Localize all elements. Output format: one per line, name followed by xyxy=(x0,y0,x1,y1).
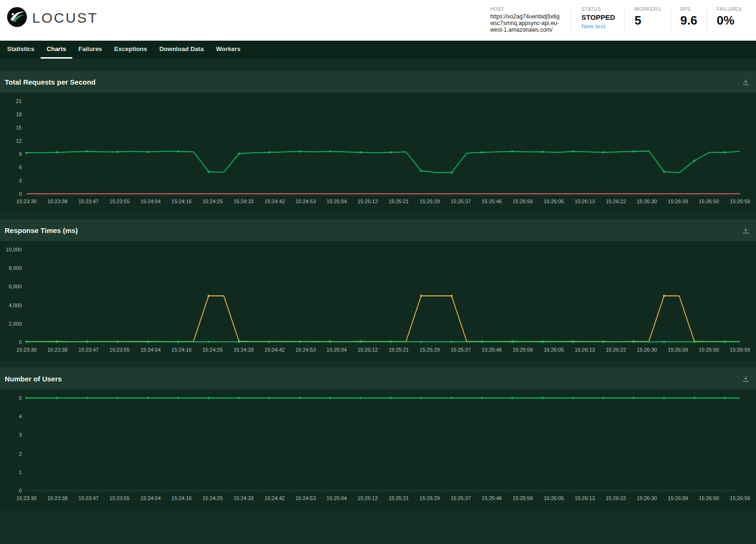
svg-text:15:26:50: 15:26:50 xyxy=(699,199,719,204)
svg-text:15:24:16: 15:24:16 xyxy=(172,199,192,204)
svg-text:0: 0 xyxy=(19,488,22,493)
svg-text:15:25:21: 15:25:21 xyxy=(388,495,409,501)
svg-text:15:26:13: 15:26:13 xyxy=(575,347,595,353)
locust-logo-icon xyxy=(7,7,27,29)
chart-title-response-times: Response Times (ms) xyxy=(5,226,78,234)
svg-text:15:23:55: 15:23:55 xyxy=(110,495,130,501)
svg-text:15:26:59: 15:26:59 xyxy=(730,199,750,204)
svg-text:2,000: 2,000 xyxy=(9,321,22,327)
svg-text:15:25:04: 15:25:04 xyxy=(326,199,347,204)
svg-text:15:24:04: 15:24:04 xyxy=(140,347,161,353)
svg-text:15:24:16: 15:24:16 xyxy=(172,347,192,353)
main-nav: Statistics Charts Failures Exceptions Do… xyxy=(0,41,756,59)
svg-text:0: 0 xyxy=(19,191,22,197)
svg-text:15:25:04: 15:25:04 xyxy=(326,495,347,501)
chart-header: Response Times (ms) xyxy=(0,219,756,241)
chart-body: 02,0004,0006,0008,00010,00015:23:3015:23… xyxy=(0,241,756,361)
svg-text:0: 0 xyxy=(19,339,22,345)
svg-text:15:23:47: 15:23:47 xyxy=(78,199,99,204)
svg-text:15:24:04: 15:24:04 xyxy=(140,199,161,204)
svg-text:4: 4 xyxy=(19,414,22,419)
chart-panel-number-of-users: Number of Users 01234515:23:3015:23:3815… xyxy=(0,368,756,509)
svg-text:15:23:38: 15:23:38 xyxy=(47,199,68,204)
tab-exceptions[interactable]: Exceptions xyxy=(108,41,153,59)
workers-stat: WORKERS 5 xyxy=(625,6,670,33)
svg-text:12: 12 xyxy=(16,138,22,144)
svg-text:15:26:22: 15:26:22 xyxy=(606,199,626,204)
tab-statistics[interactable]: Statistics xyxy=(1,41,41,59)
svg-text:15:24:25: 15:24:25 xyxy=(202,495,223,501)
tab-workers[interactable]: Workers xyxy=(210,41,247,59)
chart-panel-total-rps: Total Requests per Second 03691215182115… xyxy=(0,71,756,213)
svg-text:15:25:21: 15:25:21 xyxy=(388,199,409,204)
host-label: HOST xyxy=(490,7,562,12)
svg-text:15:24:16: 15:24:16 xyxy=(172,495,192,501)
svg-text:15:25:56: 15:25:56 xyxy=(513,347,533,353)
svg-text:15:25:12: 15:25:12 xyxy=(358,495,378,501)
svg-text:15:26:39: 15:26:39 xyxy=(668,347,688,353)
chart-title-total-rps: Total Requests per Second xyxy=(5,78,95,86)
svg-text:15:26:22: 15:26:22 xyxy=(606,347,626,353)
svg-text:15:26:59: 15:26:59 xyxy=(730,347,750,353)
app-header: LOCUST HOST https://vo2ag74uenbidj5x6gws… xyxy=(0,0,756,41)
tab-charts[interactable]: Charts xyxy=(41,41,72,59)
workers-value: 5 xyxy=(635,13,661,27)
svg-text:1: 1 xyxy=(19,469,22,475)
svg-text:4,000: 4,000 xyxy=(9,302,22,308)
svg-text:2: 2 xyxy=(19,451,22,457)
svg-text:15:23:38: 15:23:38 xyxy=(47,495,68,501)
svg-text:15:26:05: 15:26:05 xyxy=(544,495,564,501)
svg-text:6: 6 xyxy=(19,164,22,170)
download-chart-icon[interactable] xyxy=(742,375,749,382)
svg-text:15:26:50: 15:26:50 xyxy=(699,347,719,353)
svg-text:15:25:29: 15:25:29 xyxy=(420,495,440,501)
response-times-chart-canvas: 02,0004,0006,0008,00010,00015:23:3015:23… xyxy=(0,243,756,358)
svg-text:6,000: 6,000 xyxy=(9,284,22,289)
svg-text:3: 3 xyxy=(19,178,22,183)
svg-text:15:25:21: 15:25:21 xyxy=(388,347,409,353)
svg-text:15:24:33: 15:24:33 xyxy=(233,347,254,353)
svg-text:9: 9 xyxy=(19,151,22,157)
charts-main: Total Requests per Second 03691215182115… xyxy=(0,59,756,509)
svg-text:15:25:37: 15:25:37 xyxy=(451,495,471,501)
svg-text:15:25:29: 15:25:29 xyxy=(420,199,440,204)
locust-logo[interactable]: LOCUST xyxy=(7,7,98,29)
tab-failures[interactable]: Failures xyxy=(72,41,108,59)
logo-text: LOCUST xyxy=(32,10,98,26)
download-chart-icon[interactable] xyxy=(742,78,749,86)
svg-text:15:23:30: 15:23:30 xyxy=(17,347,37,353)
svg-text:15:26:39: 15:26:39 xyxy=(668,495,688,501)
svg-text:15:25:56: 15:25:56 xyxy=(513,199,533,204)
download-chart-icon[interactable] xyxy=(742,227,749,234)
svg-text:15:23:30: 15:23:30 xyxy=(17,199,37,204)
svg-text:5: 5 xyxy=(19,395,22,401)
failures-label: FAILURES xyxy=(717,7,742,12)
svg-text:15:26:05: 15:26:05 xyxy=(544,347,564,353)
svg-text:15:24:42: 15:24:42 xyxy=(265,495,285,501)
svg-text:15:25:29: 15:25:29 xyxy=(420,347,440,353)
svg-text:15:25:46: 15:25:46 xyxy=(481,347,502,353)
svg-text:15: 15 xyxy=(16,125,22,130)
svg-text:15:26:22: 15:26:22 xyxy=(606,495,626,501)
svg-text:15:26:30: 15:26:30 xyxy=(637,347,657,353)
svg-text:8,000: 8,000 xyxy=(9,265,22,271)
failures-stat: FAILURES 0% xyxy=(707,6,751,33)
rps-value: 9.6 xyxy=(680,13,697,27)
tab-download-data[interactable]: Download Data xyxy=(153,41,210,59)
svg-text:15:26:05: 15:26:05 xyxy=(544,199,564,204)
svg-text:15:24:42: 15:24:42 xyxy=(265,199,285,204)
svg-text:10,000: 10,000 xyxy=(6,247,22,252)
svg-text:15:26:59: 15:26:59 xyxy=(730,495,750,501)
svg-text:15:23:55: 15:23:55 xyxy=(110,347,130,353)
svg-text:15:25:46: 15:25:46 xyxy=(481,495,502,501)
workers-label: WORKERS xyxy=(635,7,661,12)
svg-text:15:23:38: 15:23:38 xyxy=(47,347,68,353)
status-stat: STATUS STOPPED New test xyxy=(571,6,624,33)
status-value: STOPPED xyxy=(581,13,615,21)
svg-text:15:26:30: 15:26:30 xyxy=(637,495,657,501)
svg-text:15:26:13: 15:26:13 xyxy=(575,199,595,204)
chart-panel-response-times: Response Times (ms) 02,0004,0006,0008,00… xyxy=(0,219,756,361)
svg-text:15:25:12: 15:25:12 xyxy=(358,347,378,353)
new-test-link[interactable]: New test xyxy=(581,23,605,30)
failures-value: 0% xyxy=(717,13,742,27)
